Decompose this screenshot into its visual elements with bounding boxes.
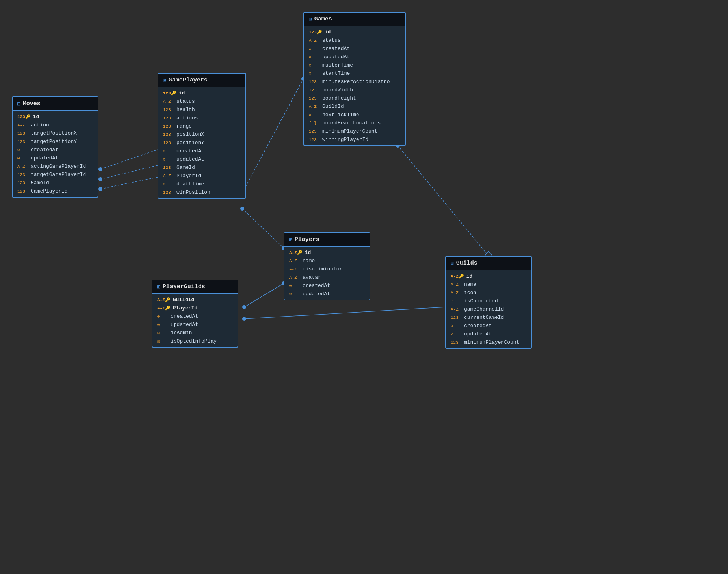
field-games-winningplayerid: 123 winningPlayerId [304,135,405,144]
field-gp-range: 123 range [158,122,245,130]
table-moves: ⊞ Moves 123🔑 id A-Z action 123 targetPos… [12,96,98,198]
field-players-createdat: ⊘ createdAt [284,281,370,290]
field-games-starttime: ⊘ startTime [304,69,405,78]
table-players-icon: ⊞ [289,237,292,243]
table-playerguilds-body: A-Z🔑 GuildId A-Z🔑 PlayerId ⊘ createdAt ⊘… [152,294,238,347]
table-gameplayers-body: 123🔑 id A-Z status 123 health 123 action… [158,87,245,198]
table-moves-body: 123🔑 id A-Z action 123 targetPositionX 1… [13,111,98,197]
svg-line-12 [244,283,284,307]
field-moves-createdat: ⊘ createdAt [13,146,98,154]
field-games-minperad: 123 minutesPerActionDistro [304,78,405,86]
svg-line-5 [100,165,158,179]
field-games-guildid: A-Z GuildId [304,102,405,111]
table-guilds-header: ⊞ Guilds [446,257,531,270]
table-moves-icon: ⊞ [17,101,20,107]
table-playerguilds-icon: ⊞ [157,284,160,290]
table-gameplayers: ⊞ GamePlayers 123🔑 id A-Z status 123 hea… [158,73,246,199]
field-guilds-gamechannelid: A-Z gameChannelId [446,305,531,313]
field-games-id: 123🔑 id [304,28,405,36]
field-gp-positiony: 123 positionY [158,139,245,147]
table-guilds-title: Guilds [456,260,477,267]
field-gp-playerid: A-Z PlayerId [158,172,245,180]
field-guilds-minplayercount: 123 minimumPlayerCount [446,338,531,346]
field-gp-status: A-Z status [158,97,245,106]
field-gp-updatedat: ⊘ updatedAt [158,155,245,163]
field-pg-guildid: A-Z🔑 GuildId [152,296,238,304]
field-guilds-updatedat: ⊘ updatedAt [446,330,531,338]
field-gp-deathtime: ⊘ deathTime [158,180,245,188]
table-moves-header: ⊞ Moves [13,97,98,111]
diagram-canvas: ⊞ Games 123🔑 id A-Z status ⊘ createdAt ⊘… [0,0,728,574]
field-moves-targetposx: 123 targetPositionX [13,129,98,137]
table-gameplayers-title: GamePlayers [169,77,208,83]
field-games-minplayercount: 123 minimumPlayerCount [304,127,405,135]
table-players-body: A-Z🔑 id A-Z name A-Z discriminator A-Z a… [284,247,370,300]
table-guilds-icon: ⊞ [451,260,454,267]
field-games-boardwidth: 123 boardWidth [304,86,405,94]
table-gameplayers-header: ⊞ GamePlayers [158,74,245,87]
table-players: ⊞ Players A-Z🔑 id A-Z name A-Z discrimin… [284,232,370,300]
field-gp-actions: 123 actions [158,114,245,122]
field-players-updatedat: ⊘ updatedAt [284,290,370,298]
field-moves-updatedat: ⊘ updatedAt [13,154,98,162]
svg-line-17 [398,146,488,256]
field-guilds-isconnected: ☑ isConnected [446,297,531,305]
field-guilds-currentgameid: 123 currentGameId [446,313,531,322]
field-games-updatedat: ⊘ updatedAt [304,53,405,61]
table-guilds: ⊞ Guilds A-Z🔑 id A-Z name A-Z icon ☑ isC… [445,256,532,349]
svg-point-10 [240,207,244,211]
table-moves-title: Moves [23,100,41,107]
table-players-header: ⊞ Players [284,233,370,247]
table-playerguilds-header: ⊞ PlayerGuilds [152,280,238,294]
field-pg-playerid: A-Z🔑 PlayerId [152,304,238,312]
field-gp-createdat: ⊘ createdAt [158,147,245,155]
table-playerguilds: ⊞ PlayerGuilds A-Z🔑 GuildId A-Z🔑 PlayerI… [152,280,238,348]
field-pg-createdat: ⊘ createdAt [152,312,238,320]
field-games-mustertime: ⊘ musterTime [304,61,405,69]
table-playerguilds-title: PlayerGuilds [163,283,205,290]
field-players-name: A-Z name [284,257,370,265]
field-moves-targetposy: 123 targetPositionY [13,137,98,146]
field-pg-updatedat: ⊘ updatedAt [152,320,238,329]
svg-point-6 [98,177,102,181]
svg-line-7 [100,177,158,189]
field-players-avatar: A-Z avatar [284,273,370,281]
field-guilds-icon: A-Z icon [446,289,531,297]
field-moves-gameplayerid: 123 GamePlayerId [13,187,98,195]
field-players-id: A-Z🔑 id [284,248,370,257]
field-moves-actinggpid: A-Z actingGamePlayerId [13,162,98,170]
field-pg-isadmin: ☑ isAdmin [152,329,238,337]
svg-point-16 [242,317,246,321]
field-guilds-createdat: ⊘ createdAt [446,322,531,330]
field-moves-id: 123🔑 id [13,113,98,121]
table-games: ⊞ Games 123🔑 id A-Z status ⊘ createdAt ⊘… [303,12,406,146]
field-players-discriminator: A-Z discriminator [284,265,370,273]
field-games-boardheartloc: { } boardHeartLocations [304,119,405,127]
field-games-nextticktime: ⊘ nextTickTime [304,111,405,119]
field-gp-health: 123 health [158,106,245,114]
svg-line-0 [242,79,303,193]
field-moves-targetgpid: 123 targetGamePlayerId [13,170,98,179]
table-gameplayers-icon: ⊞ [163,77,166,83]
field-gp-gameid: 123 GameId [158,163,245,172]
svg-line-9 [242,209,284,248]
field-gp-winposition: 123 winPosition [158,188,245,196]
svg-line-15 [244,307,445,319]
field-gp-id: 123🔑 id [158,89,245,97]
field-moves-action: A-Z action [13,121,98,129]
svg-point-14 [242,305,246,309]
svg-point-4 [98,167,102,171]
field-guilds-id: A-Z🔑 id [446,272,531,280]
table-games-title: Games [314,16,332,22]
table-games-body: 123🔑 id A-Z status ⊘ createdAt ⊘ updated… [304,26,405,145]
svg-point-8 [98,187,102,191]
field-gp-positionx: 123 positionX [158,130,245,139]
field-moves-gameid: 123 GameId [13,179,98,187]
field-games-boardheight: 123 boardHeight [304,94,405,102]
field-games-status: A-Z status [304,36,405,44]
table-games-icon: ⊞ [309,16,312,22]
field-pg-isoptedin: ☑ isOptedInToPlay [152,337,238,345]
svg-line-3 [100,150,158,169]
field-guilds-name: A-Z name [446,280,531,289]
table-games-header: ⊞ Games [304,13,405,26]
